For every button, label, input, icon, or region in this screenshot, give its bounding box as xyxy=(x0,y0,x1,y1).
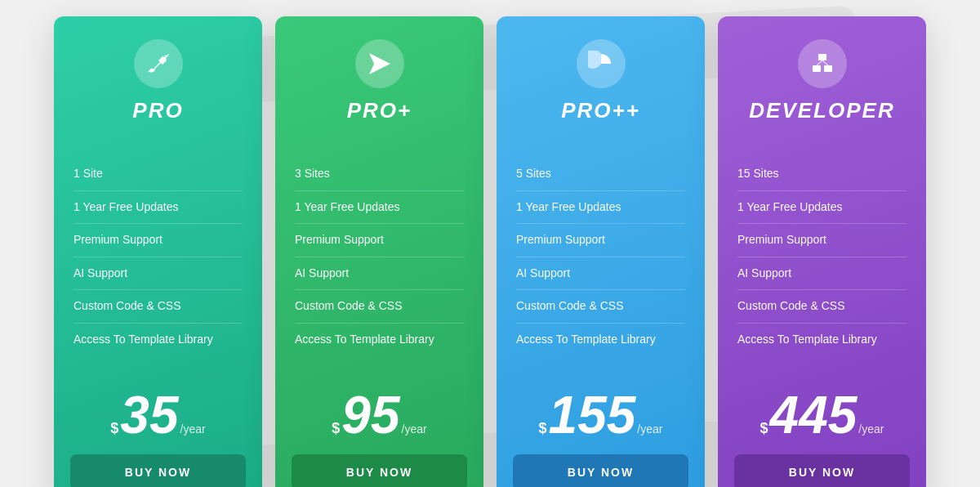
price-symbol: $ xyxy=(760,421,768,436)
list-item: Premium Support xyxy=(516,224,685,257)
list-item: 1 Year Free Updates xyxy=(516,191,685,225)
price-amount: 95 xyxy=(341,389,399,441)
price-amount: 445 xyxy=(770,389,858,441)
price-period: /year xyxy=(402,422,427,436)
list-item: AI Support xyxy=(737,257,906,291)
price-symbol: $ xyxy=(110,421,118,436)
card-proplusplus: PRO++ 5 Sites 1 Year Free Updates Premiu… xyxy=(497,16,705,487)
card-developer-btn-wrapper: BUY NOW xyxy=(718,454,926,487)
card-proplusplus-price: $ 155 /year xyxy=(497,373,705,454)
card-proplus-price: $ 95 /year xyxy=(275,373,483,454)
price-period: /year xyxy=(180,422,206,436)
card-proplus-header: PRO+ xyxy=(275,16,483,141)
card-proplus: PRO+ 3 Sites 1 Year Free Updates Premium… xyxy=(275,16,483,487)
card-proplus-features: 3 Sites 1 Year Free Updates Premium Supp… xyxy=(275,141,483,373)
list-item: 1 Year Free Updates xyxy=(295,191,464,225)
card-proplusplus-title: PRO++ xyxy=(561,98,640,123)
list-item: 5 Sites xyxy=(516,158,685,191)
price-amount: 155 xyxy=(549,389,636,441)
list-item: Premium Support xyxy=(737,224,906,257)
svg-point-0 xyxy=(152,69,155,72)
svg-line-4 xyxy=(817,60,822,65)
card-developer-price: $ 445 /year xyxy=(718,373,926,454)
list-item: 3 Sites xyxy=(295,158,464,191)
svg-line-5 xyxy=(822,60,828,65)
list-item: Access To Template Library xyxy=(74,324,243,356)
card-pro: PRO 1 Site 1 Year Free Updates Premium S… xyxy=(54,16,262,487)
card-developer-header: DEVELOPER xyxy=(718,16,926,141)
send-icon xyxy=(355,39,404,88)
card-developer-features: 15 Sites 1 Year Free Updates Premium Sup… xyxy=(718,141,926,373)
buy-now-button-proplus[interactable]: BUY NOW xyxy=(292,454,467,487)
list-item: 1 Site xyxy=(74,158,243,191)
card-proplusplus-header: PRO++ xyxy=(497,16,705,141)
buy-now-button-pro[interactable]: BUY NOW xyxy=(70,454,246,487)
price-period: /year xyxy=(858,422,884,436)
list-item: 1 Year Free Updates xyxy=(74,191,243,225)
card-pro-header: PRO xyxy=(54,16,262,141)
card-proplusplus-features: 5 Sites 1 Year Free Updates Premium Supp… xyxy=(497,141,705,373)
list-item: Access To Template Library xyxy=(737,324,906,356)
price-symbol: $ xyxy=(332,421,340,436)
list-item: 15 Sites xyxy=(737,158,906,191)
pricing-cards-container: PRO 1 Site 1 Year Free Updates Premium S… xyxy=(23,0,957,487)
svg-rect-2 xyxy=(813,65,821,72)
list-item: AI Support xyxy=(516,257,685,291)
blocks-icon xyxy=(798,39,847,88)
list-item: Custom Code & CSS xyxy=(737,290,906,324)
card-pro-features: 1 Site 1 Year Free Updates Premium Suppo… xyxy=(54,141,262,373)
buy-now-button-proplusplus[interactable]: BUY NOW xyxy=(513,454,688,487)
price-amount: 35 xyxy=(120,389,178,441)
svg-rect-1 xyxy=(818,54,826,60)
list-item: Access To Template Library xyxy=(295,324,464,356)
list-item: 1 Year Free Updates xyxy=(737,191,906,225)
price-symbol: $ xyxy=(539,421,547,436)
svg-rect-3 xyxy=(824,65,832,72)
card-pro-price: $ 35 /year xyxy=(54,373,262,454)
list-item: AI Support xyxy=(295,257,464,291)
card-developer-title: DEVELOPER xyxy=(749,98,894,123)
tools-icon xyxy=(134,39,183,88)
list-item: Premium Support xyxy=(74,224,243,257)
list-item: Custom Code & CSS xyxy=(295,290,464,324)
list-item: Access To Template Library xyxy=(516,324,685,356)
list-item: Premium Support xyxy=(295,224,464,257)
price-period: /year xyxy=(637,422,662,436)
buy-now-button-developer[interactable]: BUY NOW xyxy=(734,454,910,487)
list-item: AI Support xyxy=(74,257,243,291)
chart-icon xyxy=(577,39,626,88)
card-developer: DEVELOPER 15 Sites 1 Year Free Updates P… xyxy=(718,16,926,487)
card-pro-title: PRO xyxy=(132,98,183,123)
list-item: Custom Code & CSS xyxy=(74,290,243,324)
card-proplus-title: PRO+ xyxy=(347,98,412,123)
card-pro-btn-wrapper: BUY NOW xyxy=(54,454,262,487)
list-item: Custom Code & CSS xyxy=(516,290,685,324)
card-proplus-btn-wrapper: BUY NOW xyxy=(275,454,483,487)
card-proplusplus-btn-wrapper: BUY NOW xyxy=(497,454,705,487)
